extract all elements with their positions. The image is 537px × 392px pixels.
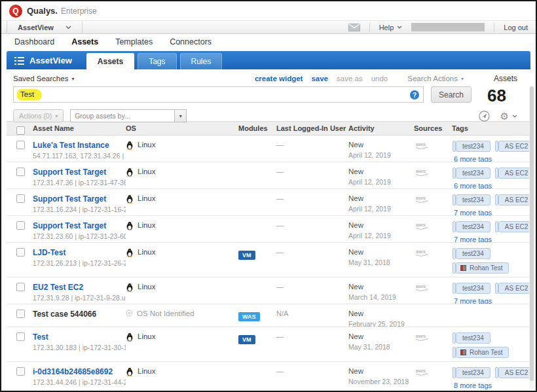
col-sources[interactable]: Sources (414, 122, 452, 135)
asset-name-link[interactable]: Luke'a Test Instance (33, 141, 126, 150)
table-header: Asset Name OS Modules Last Logged-In Use… (7, 121, 530, 135)
search-help-icon[interactable]: ? (410, 90, 419, 99)
settings-dropdown[interactable]: ⚙ (500, 111, 517, 121)
row-checkbox[interactable] (16, 221, 25, 230)
last-logged-in-user: — (276, 189, 348, 216)
tag-badge[interactable]: test234 (456, 332, 491, 344)
tag-badge[interactable]: AS EC2 Tag (498, 141, 530, 152)
save-link[interactable]: save (311, 75, 328, 82)
row-checkbox[interactable] (16, 194, 25, 203)
tag-badge[interactable]: AS EC2 Tag (498, 194, 530, 205)
asset-name-link[interactable]: Support Test Target (33, 168, 126, 177)
tag-badge[interactable]: AS EC2 Tag (498, 168, 530, 179)
module-picker-dropdown[interactable]: AssetView (7, 21, 83, 33)
table-row[interactable]: i-0d3164b24685e8692 172.31.44.246 | ip-1… (7, 362, 530, 391)
qualys-logo-icon: Q (9, 5, 22, 18)
modules-cell (238, 162, 276, 189)
row-checkbox[interactable] (16, 248, 25, 257)
tag-badge[interactable]: test234 (456, 141, 491, 152)
more-tags-link[interactable]: 8 more tags (454, 382, 492, 389)
tag-icon (460, 349, 466, 355)
asset-name-link[interactable]: LJD-Test (33, 248, 126, 257)
tag-badge[interactable]: AS EC2 Tag (498, 221, 530, 232)
tag-badge[interactable]: test234 (456, 367, 491, 378)
more-tags-link[interactable]: 6 more tags (454, 182, 492, 189)
more-tags-link[interactable]: 7 more tags (454, 236, 492, 243)
asset-ip: 172.31.26.213 | ip-172-31-26-21... (33, 259, 126, 267)
divider (369, 23, 370, 32)
aws-source-icon: aws (414, 248, 430, 257)
tag-badge[interactable]: test234 (456, 283, 491, 294)
nav-item-templates[interactable]: Templates (115, 37, 153, 46)
scrollbar-thumb[interactable] (530, 86, 534, 381)
table-row[interactable]: EU2 Test EC2 172.31.9.28 | ip-172-31-9-2… (7, 277, 530, 304)
search-button[interactable]: Search (431, 86, 472, 103)
row-checkbox[interactable] (16, 332, 25, 341)
save-as-link: save as (337, 75, 363, 82)
tag-badge[interactable]: AS EC2 Tag (498, 367, 530, 378)
search-actions-dropdown[interactable]: Search Actions ▾ (407, 75, 464, 82)
tag-badge[interactable]: test234 (456, 248, 491, 259)
os-label: Linux (138, 283, 156, 291)
row-checkbox[interactable] (16, 168, 25, 176)
table-row[interactable]: Support Test Target 172.31.47.36 | ip-17… (7, 162, 530, 189)
asset-ip: 54.71.117.163, 172.31.34.26 | ec... (33, 152, 126, 160)
assetview-header-bar: AssetView Assets Tags Rules (7, 51, 530, 69)
table-row[interactable]: Support Test Target 172.31.23.60 | ip-17… (7, 216, 530, 243)
table-row[interactable]: LJD-Test 172.31.26.213 | ip-172-31-26-21… (7, 243, 530, 277)
linux-tux-icon (126, 194, 134, 204)
table-row[interactable]: Test 172.31.30.183 | ip-172-31-30-18... … (7, 327, 530, 362)
col-activity[interactable]: Activity (348, 122, 414, 135)
svg-text:aws: aws (416, 195, 426, 201)
nav-item-connectors[interactable]: Connectors (170, 37, 212, 46)
tag-badge[interactable]: AS EC2 Tag (498, 283, 530, 294)
col-os[interactable]: OS (126, 122, 238, 135)
search-input[interactable]: Test ? (13, 86, 424, 103)
select-all-checkbox[interactable] (16, 126, 25, 135)
nav-item-assets[interactable]: Assets (71, 37, 98, 46)
modules-cell: WAS (238, 304, 276, 327)
tab-assets[interactable]: Assets (86, 53, 134, 69)
assets-count-label: Assets (494, 74, 517, 83)
tag-badge[interactable]: Rohan Test (456, 347, 509, 358)
col-modules[interactable]: Modules (238, 122, 276, 135)
more-tags-link[interactable]: 6 more tags (454, 155, 492, 162)
more-tags-link[interactable]: 7 more tags (454, 297, 492, 304)
tab-rules[interactable]: Rules (180, 53, 223, 69)
help-menu[interactable]: Help (379, 24, 403, 31)
nav-item-dashboard[interactable]: Dashboard (14, 37, 54, 46)
vertical-scrollbar[interactable] (529, 86, 534, 389)
tags-list: test234AS EC2 Tag (452, 367, 530, 378)
row-checkbox[interactable] (16, 310, 25, 318)
mail-icon[interactable] (348, 24, 360, 31)
saved-searches-dropdown[interactable]: Saved Searches ▾ (13, 75, 74, 82)
row-checkbox[interactable] (16, 141, 25, 149)
tag-badge[interactable]: test234 (456, 168, 491, 179)
col-asset-name[interactable]: Asset Name (33, 122, 126, 135)
group-assets-by-value: Group assets by... (71, 112, 174, 120)
modules-cell (238, 216, 276, 243)
table-row[interactable]: Luke'a Test Instance 54.71.117.163, 172.… (7, 135, 530, 162)
table-row[interactable]: Test case 544066 OS Not Identified WAS N… (7, 304, 530, 327)
table-row[interactable]: Support Test Target 172.31.16.234 | ip-1… (7, 189, 530, 216)
tab-tags[interactable]: Tags (138, 53, 176, 69)
logout-button[interactable]: Log out (504, 24, 528, 31)
asset-name-link[interactable]: EU2 Test EC2 (33, 283, 126, 292)
asset-name-link[interactable]: Support Test Target (33, 194, 126, 204)
tag-badge[interactable]: Rohan Test (456, 262, 509, 274)
actions-dropdown-button[interactable]: Actions (0) ▾ (13, 109, 64, 122)
group-assets-by-select[interactable]: Group assets by... ▾ (70, 109, 187, 122)
asset-name-link[interactable]: Test (33, 332, 126, 342)
row-checkbox[interactable] (16, 367, 25, 376)
col-last-logged-in-user[interactable]: Last Logged-In User (276, 122, 348, 135)
tag-badge[interactable]: test234 (456, 194, 491, 205)
col-tags[interactable]: Tags (452, 122, 530, 135)
asset-name-link[interactable]: i-0d3164b24685e8692 (33, 367, 126, 376)
asset-name-link[interactable]: Support Test Target (33, 221, 126, 230)
tag-badge[interactable]: test234 (456, 221, 491, 232)
more-tags-link[interactable]: 7 more tags (454, 209, 492, 216)
asset-ip: 172.31.16.234 | ip-172-31-16-23... (33, 205, 126, 213)
send-icon[interactable] (479, 111, 490, 122)
create-widget-link[interactable]: create widget (255, 75, 303, 82)
row-checkbox[interactable] (16, 283, 25, 291)
